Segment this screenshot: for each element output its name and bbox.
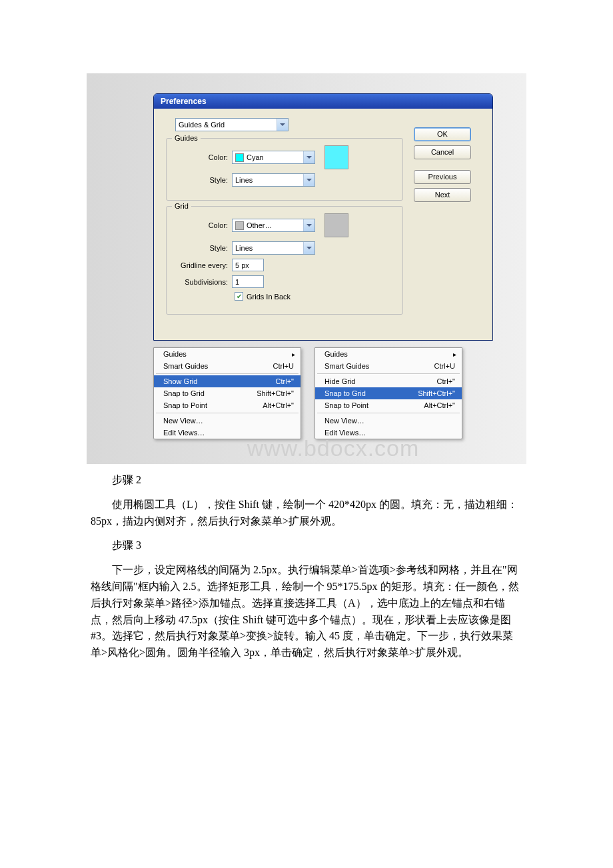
grids-in-back-label: Grids In Back bbox=[247, 293, 291, 301]
menu-guides[interactable]: Guides bbox=[315, 348, 462, 360]
menu-snap-to-grid[interactable]: Snap to GridShift+Ctrl+" bbox=[315, 387, 462, 399]
cancel-button[interactable]: Cancel bbox=[414, 145, 471, 159]
guides-style-label: Style: bbox=[176, 176, 232, 184]
watermark-text: www.bdocx.com bbox=[153, 435, 513, 464]
screenshot-area: Preferences Guides & Grid Guides Color: bbox=[87, 73, 526, 464]
menu-show-grid[interactable]: Show GridCtrl+" bbox=[154, 375, 301, 387]
guides-style-value: Lines bbox=[235, 176, 253, 184]
category-value: Guides & Grid bbox=[179, 121, 225, 129]
step-2-heading: 步骤 2 bbox=[91, 472, 522, 489]
article-body: 步骤 2 使用椭圆工具（L），按住 Shift 键，绘制一个 420*420px… bbox=[87, 472, 526, 661]
gridline-label: Gridline every: bbox=[176, 261, 232, 269]
step-2-paragraph: 使用椭圆工具（L），按住 Shift 键，绘制一个 420*420px 的圆。填… bbox=[91, 497, 522, 530]
dropdown-icon[interactable] bbox=[303, 242, 314, 254]
color-swatch-icon bbox=[235, 221, 244, 230]
next-button[interactable]: Next bbox=[414, 188, 471, 202]
menu-hide-grid[interactable]: Hide GridCtrl+" bbox=[315, 375, 462, 387]
preferences-dialog: Preferences Guides & Grid Guides Color: bbox=[153, 93, 493, 341]
category-select[interactable]: Guides & Grid bbox=[175, 118, 289, 131]
guides-style-select[interactable]: Lines bbox=[232, 173, 315, 187]
grid-group: Grid Color: Other… Style: Lines bbox=[166, 206, 403, 315]
submenu-arrow-icon bbox=[292, 350, 295, 358]
guides-color-value: Cyan bbox=[247, 153, 264, 161]
grids-in-back-checkbox[interactable]: ✔ bbox=[235, 292, 243, 301]
menu-new-view[interactable]: New View… bbox=[315, 415, 462, 427]
menu-smart-guides[interactable]: Smart GuidesCtrl+U bbox=[154, 360, 301, 372]
menu-new-view[interactable]: New View… bbox=[154, 415, 301, 427]
menu-snap-to-grid[interactable]: Snap to GridShift+Ctrl+" bbox=[154, 387, 301, 399]
dialog-titlebar: Preferences bbox=[154, 94, 492, 109]
menu-separator bbox=[156, 373, 299, 374]
previous-button[interactable]: Previous bbox=[414, 170, 471, 184]
step-3-heading: 步骤 3 bbox=[91, 537, 522, 554]
grid-legend: Grid bbox=[172, 202, 191, 210]
grid-style-value: Lines bbox=[235, 244, 253, 252]
guides-color-preview[interactable] bbox=[324, 145, 348, 169]
dropdown-icon[interactable] bbox=[303, 174, 314, 186]
menu-guides[interactable]: Guides bbox=[154, 348, 301, 360]
grid-style-select[interactable]: Lines bbox=[232, 241, 315, 255]
color-swatch-icon bbox=[235, 153, 244, 162]
step-3-paragraph: 下一步，设定网格线的间隔为 2.5px。执行编辑菜单>首选项>参考线和网格，并且… bbox=[91, 562, 522, 661]
view-menu-right: Guides Smart GuidesCtrl+U Hide GridCtrl+… bbox=[314, 347, 462, 439]
view-menu-left: Guides Smart GuidesCtrl+U Show GridCtrl+… bbox=[153, 347, 301, 439]
ok-button[interactable]: OK bbox=[414, 127, 471, 141]
guides-color-select[interactable]: Cyan bbox=[232, 151, 315, 164]
subdiv-input[interactable] bbox=[232, 275, 264, 288]
menu-separator bbox=[317, 373, 460, 374]
grid-color-label: Color: bbox=[176, 221, 232, 229]
grid-color-preview[interactable] bbox=[324, 213, 348, 237]
menu-separator bbox=[156, 413, 299, 413]
menu-separator bbox=[317, 413, 460, 413]
dropdown-icon[interactable] bbox=[277, 119, 288, 131]
guides-legend: Guides bbox=[172, 134, 201, 142]
menu-smart-guides[interactable]: Smart GuidesCtrl+U bbox=[315, 360, 462, 372]
menu-snap-to-point[interactable]: Snap to PointAlt+Ctrl+" bbox=[315, 399, 462, 411]
guides-group: Guides Color: Cyan Style: Lines bbox=[166, 138, 403, 201]
gridline-input[interactable] bbox=[232, 259, 264, 271]
grid-color-select[interactable]: Other… bbox=[232, 219, 315, 232]
grid-style-label: Style: bbox=[176, 244, 232, 252]
guides-color-label: Color: bbox=[176, 153, 232, 161]
dropdown-icon[interactable] bbox=[303, 151, 314, 163]
submenu-arrow-icon bbox=[453, 350, 456, 358]
menu-snap-to-point[interactable]: Snap to PointAlt+Ctrl+" bbox=[154, 399, 301, 411]
subdiv-label: Subdivisions: bbox=[176, 278, 232, 286]
grid-color-value: Other… bbox=[247, 221, 273, 229]
dropdown-icon[interactable] bbox=[303, 219, 314, 231]
